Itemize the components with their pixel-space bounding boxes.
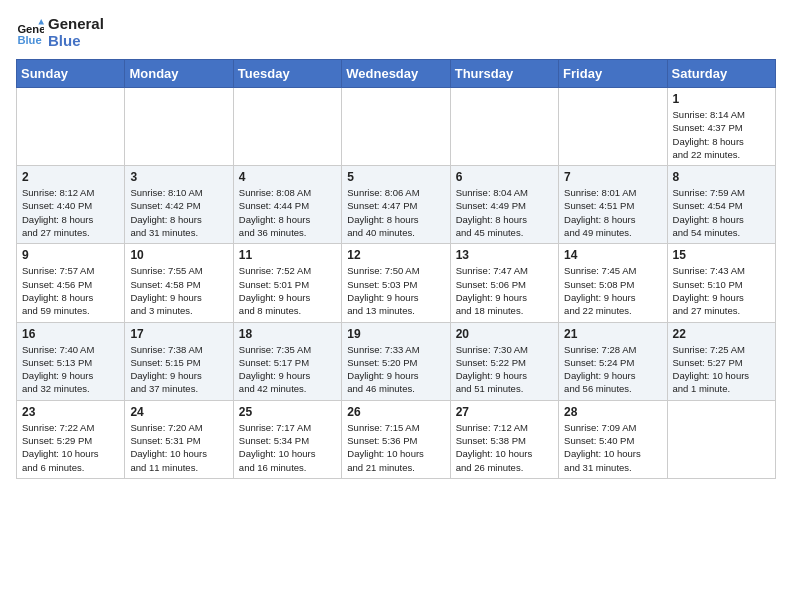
day-header-sunday: Sunday [17, 60, 125, 88]
page-header: General Blue General Blue [16, 16, 776, 49]
day-number: 10 [130, 248, 227, 262]
calendar-cell [450, 88, 558, 166]
day-number: 22 [673, 327, 770, 341]
day-info: Sunrise: 7:22 AM Sunset: 5:29 PM Dayligh… [22, 421, 119, 474]
day-info: Sunrise: 7:25 AM Sunset: 5:27 PM Dayligh… [673, 343, 770, 396]
day-info: Sunrise: 8:10 AM Sunset: 4:42 PM Dayligh… [130, 186, 227, 239]
day-number: 12 [347, 248, 444, 262]
calendar-cell: 24Sunrise: 7:20 AM Sunset: 5:31 PM Dayli… [125, 400, 233, 478]
logo-general: General [48, 15, 104, 32]
calendar-cell: 14Sunrise: 7:45 AM Sunset: 5:08 PM Dayli… [559, 244, 667, 322]
day-info: Sunrise: 7:52 AM Sunset: 5:01 PM Dayligh… [239, 264, 336, 317]
calendar-week-row: 23Sunrise: 7:22 AM Sunset: 5:29 PM Dayli… [17, 400, 776, 478]
day-number: 27 [456, 405, 553, 419]
day-number: 20 [456, 327, 553, 341]
day-header-thursday: Thursday [450, 60, 558, 88]
calendar-week-row: 16Sunrise: 7:40 AM Sunset: 5:13 PM Dayli… [17, 322, 776, 400]
calendar-cell: 3Sunrise: 8:10 AM Sunset: 4:42 PM Daylig… [125, 166, 233, 244]
calendar-cell: 22Sunrise: 7:25 AM Sunset: 5:27 PM Dayli… [667, 322, 775, 400]
day-info: Sunrise: 7:40 AM Sunset: 5:13 PM Dayligh… [22, 343, 119, 396]
calendar-cell [17, 88, 125, 166]
day-number: 11 [239, 248, 336, 262]
day-header-monday: Monday [125, 60, 233, 88]
calendar-cell: 17Sunrise: 7:38 AM Sunset: 5:15 PM Dayli… [125, 322, 233, 400]
calendar-cell: 16Sunrise: 7:40 AM Sunset: 5:13 PM Dayli… [17, 322, 125, 400]
day-info: Sunrise: 7:43 AM Sunset: 5:10 PM Dayligh… [673, 264, 770, 317]
day-info: Sunrise: 7:17 AM Sunset: 5:34 PM Dayligh… [239, 421, 336, 474]
calendar-cell: 5Sunrise: 8:06 AM Sunset: 4:47 PM Daylig… [342, 166, 450, 244]
calendar-cell: 6Sunrise: 8:04 AM Sunset: 4:49 PM Daylig… [450, 166, 558, 244]
day-header-friday: Friday [559, 60, 667, 88]
day-info: Sunrise: 7:59 AM Sunset: 4:54 PM Dayligh… [673, 186, 770, 239]
calendar-cell [125, 88, 233, 166]
calendar-week-row: 9Sunrise: 7:57 AM Sunset: 4:56 PM Daylig… [17, 244, 776, 322]
day-number: 9 [22, 248, 119, 262]
day-number: 24 [130, 405, 227, 419]
day-number: 8 [673, 170, 770, 184]
day-info: Sunrise: 7:57 AM Sunset: 4:56 PM Dayligh… [22, 264, 119, 317]
day-number: 7 [564, 170, 661, 184]
calendar-cell: 13Sunrise: 7:47 AM Sunset: 5:06 PM Dayli… [450, 244, 558, 322]
day-number: 21 [564, 327, 661, 341]
day-number: 15 [673, 248, 770, 262]
calendar-cell [667, 400, 775, 478]
day-number: 14 [564, 248, 661, 262]
calendar-cell: 10Sunrise: 7:55 AM Sunset: 4:58 PM Dayli… [125, 244, 233, 322]
calendar-cell [559, 88, 667, 166]
calendar-table: SundayMondayTuesdayWednesdayThursdayFrid… [16, 59, 776, 479]
calendar-cell: 25Sunrise: 7:17 AM Sunset: 5:34 PM Dayli… [233, 400, 341, 478]
day-number: 1 [673, 92, 770, 106]
logo-icon: General Blue [16, 19, 44, 47]
day-number: 4 [239, 170, 336, 184]
calendar-cell: 8Sunrise: 7:59 AM Sunset: 4:54 PM Daylig… [667, 166, 775, 244]
calendar-cell: 23Sunrise: 7:22 AM Sunset: 5:29 PM Dayli… [17, 400, 125, 478]
calendar-cell: 19Sunrise: 7:33 AM Sunset: 5:20 PM Dayli… [342, 322, 450, 400]
svg-text:General: General [17, 23, 44, 35]
svg-marker-2 [38, 19, 44, 25]
day-number: 26 [347, 405, 444, 419]
calendar-cell: 21Sunrise: 7:28 AM Sunset: 5:24 PM Dayli… [559, 322, 667, 400]
day-number: 6 [456, 170, 553, 184]
day-header-saturday: Saturday [667, 60, 775, 88]
day-info: Sunrise: 7:33 AM Sunset: 5:20 PM Dayligh… [347, 343, 444, 396]
day-info: Sunrise: 8:08 AM Sunset: 4:44 PM Dayligh… [239, 186, 336, 239]
day-info: Sunrise: 8:14 AM Sunset: 4:37 PM Dayligh… [673, 108, 770, 161]
day-number: 28 [564, 405, 661, 419]
day-info: Sunrise: 7:50 AM Sunset: 5:03 PM Dayligh… [347, 264, 444, 317]
calendar-cell: 11Sunrise: 7:52 AM Sunset: 5:01 PM Dayli… [233, 244, 341, 322]
day-number: 18 [239, 327, 336, 341]
calendar-cell: 2Sunrise: 8:12 AM Sunset: 4:40 PM Daylig… [17, 166, 125, 244]
calendar-cell: 12Sunrise: 7:50 AM Sunset: 5:03 PM Dayli… [342, 244, 450, 322]
calendar-cell: 15Sunrise: 7:43 AM Sunset: 5:10 PM Dayli… [667, 244, 775, 322]
day-number: 16 [22, 327, 119, 341]
calendar-cell: 1Sunrise: 8:14 AM Sunset: 4:37 PM Daylig… [667, 88, 775, 166]
calendar-cell: 9Sunrise: 7:57 AM Sunset: 4:56 PM Daylig… [17, 244, 125, 322]
calendar-week-row: 1Sunrise: 8:14 AM Sunset: 4:37 PM Daylig… [17, 88, 776, 166]
day-number: 3 [130, 170, 227, 184]
day-header-wednesday: Wednesday [342, 60, 450, 88]
day-info: Sunrise: 8:04 AM Sunset: 4:49 PM Dayligh… [456, 186, 553, 239]
day-info: Sunrise: 7:47 AM Sunset: 5:06 PM Dayligh… [456, 264, 553, 317]
day-number: 23 [22, 405, 119, 419]
calendar-week-row: 2Sunrise: 8:12 AM Sunset: 4:40 PM Daylig… [17, 166, 776, 244]
logo-blue: Blue [48, 32, 81, 49]
calendar-cell: 18Sunrise: 7:35 AM Sunset: 5:17 PM Dayli… [233, 322, 341, 400]
day-number: 19 [347, 327, 444, 341]
day-number: 13 [456, 248, 553, 262]
day-number: 25 [239, 405, 336, 419]
day-number: 5 [347, 170, 444, 184]
day-info: Sunrise: 7:45 AM Sunset: 5:08 PM Dayligh… [564, 264, 661, 317]
day-info: Sunrise: 7:28 AM Sunset: 5:24 PM Dayligh… [564, 343, 661, 396]
calendar-header-row: SundayMondayTuesdayWednesdayThursdayFrid… [17, 60, 776, 88]
day-info: Sunrise: 7:12 AM Sunset: 5:38 PM Dayligh… [456, 421, 553, 474]
day-info: Sunrise: 7:09 AM Sunset: 5:40 PM Dayligh… [564, 421, 661, 474]
day-info: Sunrise: 8:12 AM Sunset: 4:40 PM Dayligh… [22, 186, 119, 239]
day-header-tuesday: Tuesday [233, 60, 341, 88]
calendar-cell [342, 88, 450, 166]
day-info: Sunrise: 7:55 AM Sunset: 4:58 PM Dayligh… [130, 264, 227, 317]
calendar-cell: 4Sunrise: 8:08 AM Sunset: 4:44 PM Daylig… [233, 166, 341, 244]
day-info: Sunrise: 8:06 AM Sunset: 4:47 PM Dayligh… [347, 186, 444, 239]
day-number: 2 [22, 170, 119, 184]
day-info: Sunrise: 8:01 AM Sunset: 4:51 PM Dayligh… [564, 186, 661, 239]
day-info: Sunrise: 7:30 AM Sunset: 5:22 PM Dayligh… [456, 343, 553, 396]
